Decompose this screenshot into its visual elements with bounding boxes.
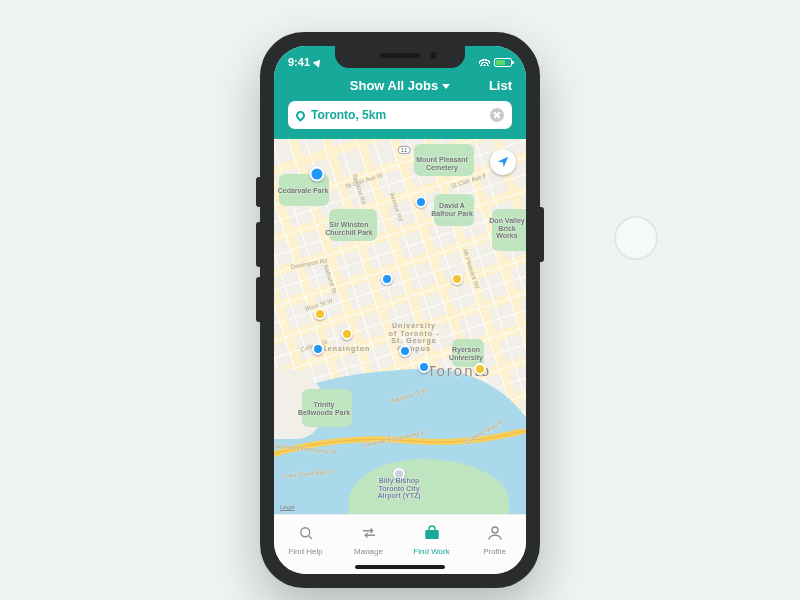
park-label: RyersonUniversity bbox=[449, 346, 483, 361]
area-label: Kensington bbox=[322, 345, 371, 353]
park-label: Cedarvale Park bbox=[278, 187, 329, 195]
park-label: Mount PleasantCemetery bbox=[416, 156, 468, 171]
location-services-icon bbox=[313, 57, 324, 68]
battery-icon bbox=[494, 58, 512, 67]
recenter-button[interactable] bbox=[490, 149, 516, 175]
job-filter-label: Show All Jobs bbox=[350, 78, 438, 93]
job-marker[interactable] bbox=[341, 328, 353, 340]
page-accent-circle bbox=[614, 216, 658, 260]
job-marker[interactable] bbox=[418, 361, 430, 373]
park-label: Sir WinstonChurchill Park bbox=[325, 221, 372, 236]
location-search-input[interactable] bbox=[311, 108, 484, 122]
tab-label: Find Help bbox=[288, 547, 322, 556]
job-marker[interactable] bbox=[312, 343, 324, 355]
tab-profile[interactable]: Profile bbox=[463, 515, 526, 564]
phone-frame: 9:41 Show All Jobs List bbox=[260, 32, 540, 588]
map-view[interactable]: Cedarvale ParkMount PleasantCemeterySir … bbox=[274, 139, 526, 514]
notch bbox=[335, 46, 465, 68]
tab-find-help[interactable]: Find Help bbox=[274, 515, 337, 564]
wifi-icon bbox=[479, 58, 490, 66]
chevron-down-icon bbox=[442, 84, 450, 89]
status-time: 9:41 bbox=[288, 56, 310, 68]
area-label: Universityof Toronto -St. GeorgeCampus bbox=[389, 322, 440, 353]
find-help-icon bbox=[297, 524, 315, 544]
home-indicator bbox=[355, 565, 445, 569]
manage-icon bbox=[360, 524, 378, 544]
tab-find-work[interactable]: Find Work bbox=[400, 515, 463, 564]
map-legal-link[interactable]: Legal bbox=[280, 504, 295, 510]
park-label: TrinityBellwoods Park bbox=[298, 401, 350, 416]
job-filter-dropdown[interactable]: Show All Jobs bbox=[350, 78, 450, 93]
job-marker[interactable] bbox=[381, 273, 393, 285]
screen: 9:41 Show All Jobs List bbox=[274, 46, 526, 574]
tab-label: Profile bbox=[483, 547, 506, 556]
job-marker[interactable] bbox=[399, 345, 411, 357]
park-label: David ABalfour Park bbox=[431, 202, 473, 217]
tab-label: Find Work bbox=[413, 547, 449, 556]
list-toggle-button[interactable]: List bbox=[489, 78, 512, 93]
svg-point-3 bbox=[492, 527, 498, 533]
park-label: Don ValleyBrickWorks bbox=[489, 217, 524, 240]
job-marker[interactable] bbox=[310, 167, 325, 182]
tab-label: Manage bbox=[354, 547, 383, 556]
poi-label: Billy BishopToronto CityAirport (YTZ) bbox=[377, 477, 420, 500]
job-marker[interactable] bbox=[314, 308, 326, 320]
pin-icon bbox=[294, 109, 307, 122]
clear-search-icon[interactable] bbox=[490, 108, 504, 122]
svg-line-1 bbox=[308, 535, 311, 538]
job-marker[interactable] bbox=[474, 363, 486, 375]
profile-icon bbox=[486, 524, 504, 544]
route-sign: 11 bbox=[398, 146, 411, 154]
tab-manage[interactable]: Manage bbox=[337, 515, 400, 564]
svg-point-0 bbox=[300, 527, 309, 536]
location-search-bar[interactable] bbox=[288, 101, 512, 129]
svg-rect-2 bbox=[425, 530, 439, 539]
find-work-icon bbox=[423, 524, 441, 544]
job-marker[interactable] bbox=[415, 196, 427, 208]
job-marker[interactable] bbox=[451, 273, 463, 285]
battery-fill bbox=[496, 60, 505, 65]
